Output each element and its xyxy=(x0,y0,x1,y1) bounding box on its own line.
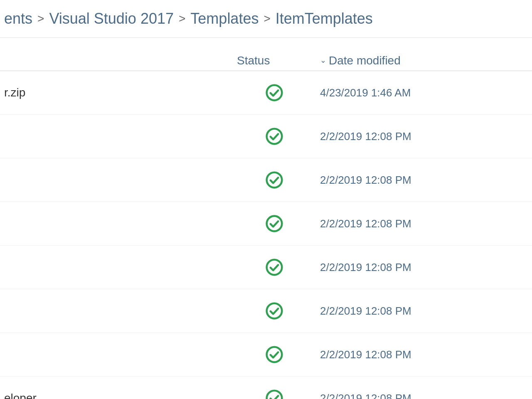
breadcrumb: ents > Visual Studio 2017 > Templates > … xyxy=(0,0,532,38)
table-row[interactable]: 2/2/2019 12:08 PM xyxy=(0,289,532,333)
status-cell xyxy=(233,389,316,399)
date-modified-cell: 2/2/2019 12:08 PM xyxy=(316,174,532,187)
status-cell xyxy=(233,345,316,364)
table-row[interactable]: 2/2/2019 12:08 PM xyxy=(0,202,532,246)
date-modified-cell: 2/2/2019 12:08 PM xyxy=(316,348,532,361)
date-modified-cell: 2/2/2019 12:08 PM xyxy=(316,305,532,318)
status-cell xyxy=(233,258,316,276)
file-name-cell: eloper xyxy=(0,392,233,399)
sync-status-icon xyxy=(265,214,283,233)
column-header-date-modified[interactable]: ⌄ Date modified xyxy=(316,54,532,67)
breadcrumb-item-0[interactable]: ents xyxy=(4,10,32,27)
column-header-status[interactable]: Status xyxy=(233,54,316,67)
table-row[interactable]: 2/2/2019 12:08 PM xyxy=(0,115,532,158)
status-cell xyxy=(233,302,316,320)
sync-status-icon xyxy=(265,84,283,102)
table-row[interactable]: 2/2/2019 12:08 PM xyxy=(0,158,532,202)
table-row[interactable]: eloper2/2/2019 12:08 PM xyxy=(0,377,532,399)
date-modified-cell: 2/2/2019 12:08 PM xyxy=(316,392,532,399)
date-modified-cell: 2/2/2019 12:08 PM xyxy=(316,130,532,143)
svg-point-1 xyxy=(267,129,282,144)
breadcrumb-item-3[interactable]: ItemTemplates xyxy=(276,10,373,27)
file-name-cell: r.zip xyxy=(0,86,233,99)
breadcrumb-sep-1: > xyxy=(179,12,185,25)
table-row[interactable]: r.zip4/23/2019 1:46 AM xyxy=(0,71,532,115)
status-cell xyxy=(233,171,316,189)
date-modified-cell: 4/23/2019 1:46 AM xyxy=(316,86,532,99)
svg-point-2 xyxy=(267,172,282,188)
file-list-header: Status ⌄ Date modified xyxy=(0,38,532,71)
sync-status-icon xyxy=(265,345,283,364)
sync-status-icon xyxy=(265,302,283,320)
svg-point-5 xyxy=(267,303,282,319)
breadcrumb-item-2[interactable]: Templates xyxy=(190,10,259,27)
svg-point-0 xyxy=(267,85,282,101)
sync-status-icon xyxy=(265,171,283,189)
svg-point-7 xyxy=(267,391,282,399)
file-list: Status ⌄ Date modified r.zip4/23/2019 1:… xyxy=(0,38,532,399)
sort-chevron-icon: ⌄ xyxy=(320,56,326,65)
breadcrumb-sep-2: > xyxy=(264,12,270,25)
file-rows-container: r.zip4/23/2019 1:46 AM2/2/2019 12:08 PM2… xyxy=(0,71,532,399)
sync-status-icon xyxy=(265,389,283,399)
date-modified-cell: 2/2/2019 12:08 PM xyxy=(316,261,532,274)
status-cell xyxy=(233,214,316,233)
table-row[interactable]: 2/2/2019 12:08 PM xyxy=(0,333,532,377)
date-modified-cell: 2/2/2019 12:08 PM xyxy=(316,217,532,230)
svg-point-3 xyxy=(267,216,282,232)
status-cell xyxy=(233,84,316,102)
svg-point-4 xyxy=(267,260,282,275)
sync-status-icon xyxy=(265,127,283,145)
status-cell xyxy=(233,127,316,145)
table-row[interactable]: 2/2/2019 12:08 PM xyxy=(0,246,532,289)
sync-status-icon xyxy=(265,258,283,276)
svg-point-6 xyxy=(267,347,282,362)
breadcrumb-sep-0: > xyxy=(37,12,44,25)
breadcrumb-item-1[interactable]: Visual Studio 2017 xyxy=(49,10,174,27)
